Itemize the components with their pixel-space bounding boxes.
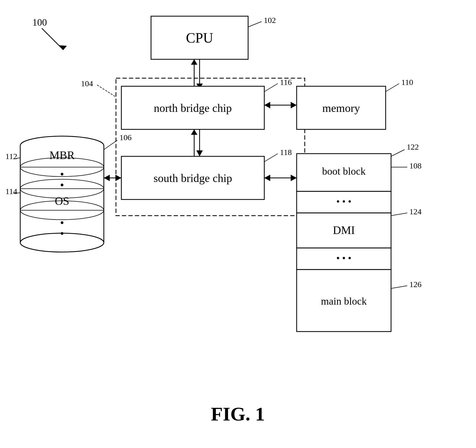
svg-text:104: 104 — [81, 79, 93, 88]
svg-text:CPU: CPU — [186, 30, 213, 46]
svg-text:122: 122 — [407, 142, 419, 151]
diagram: 100 CPU 102 104 north bridge chip 116 me… — [0, 0, 476, 448]
svg-text:106: 106 — [119, 133, 132, 142]
svg-text:100: 100 — [32, 17, 47, 28]
svg-text:118: 118 — [280, 148, 292, 157]
svg-text:124: 124 — [409, 207, 422, 216]
svg-text:main  block: main block — [321, 295, 367, 307]
svg-text:•: • — [60, 179, 64, 191]
svg-text:boot block: boot block — [322, 166, 365, 177]
svg-text:108: 108 — [409, 161, 422, 170]
svg-text:memory: memory — [322, 102, 360, 114]
svg-text:MBR: MBR — [49, 149, 74, 161]
svg-text:OS: OS — [55, 195, 69, 207]
svg-text:114: 114 — [5, 187, 17, 196]
svg-text:north bridge chip: north bridge chip — [154, 102, 232, 114]
svg-text:south bridge chip: south bridge chip — [153, 172, 232, 184]
svg-text:110: 110 — [401, 78, 413, 87]
svg-text:•: • — [60, 227, 64, 240]
svg-text:126: 126 — [409, 280, 422, 289]
svg-text:• • •: • • • — [336, 253, 351, 264]
svg-text:116: 116 — [280, 78, 292, 87]
svg-text:112: 112 — [5, 152, 17, 161]
svg-text:102: 102 — [264, 16, 276, 25]
svg-text:• • •: • • • — [336, 196, 351, 207]
svg-text:FIG. 1: FIG. 1 — [211, 403, 265, 425]
diagram-svg: 100 CPU 102 104 north bridge chip 116 me… — [0, 0, 476, 448]
svg-text:DMI: DMI — [333, 224, 355, 236]
